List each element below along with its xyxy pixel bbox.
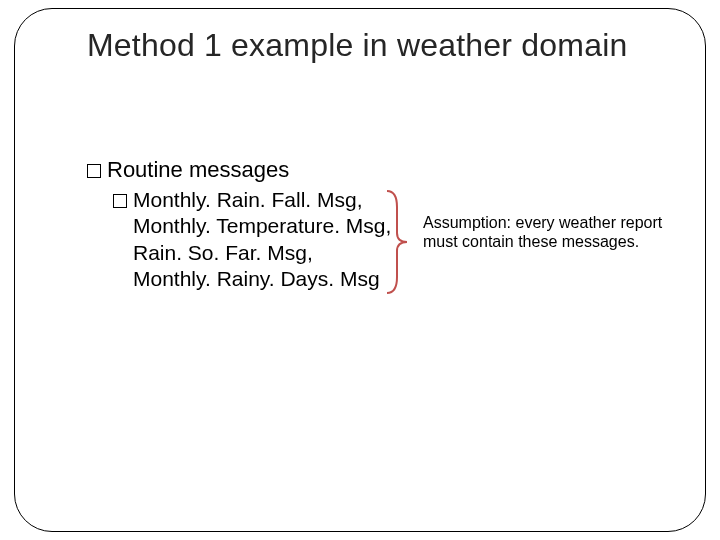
brace-icon (383, 187, 413, 297)
slide-title: Method 1 example in weather domain (87, 27, 647, 64)
bullet-level-2: Monthly. Rain. Fall. Msg, Monthly. Tempe… (113, 187, 677, 292)
bullet-box-icon (87, 164, 101, 178)
message-list: Monthly. Rain. Fall. Msg, Monthly. Tempe… (133, 187, 391, 292)
message-line: Rain. So. Far. Msg, (133, 241, 313, 264)
message-line: Monthly. Rainy. Days. Msg (133, 267, 380, 290)
bullet-level-1-text: Routine messages (107, 157, 289, 182)
message-line: Monthly. Temperature. Msg, (133, 214, 391, 237)
bullet-level-1: Routine messages (87, 157, 677, 183)
slide-content: Routine messages Monthly. Rain. Fall. Ms… (87, 157, 677, 292)
bullet-box-icon (113, 194, 127, 208)
message-line: Monthly. Rain. Fall. Msg, (133, 188, 363, 211)
slide-frame: Method 1 example in weather domain Routi… (14, 8, 706, 532)
annotation-text: Assumption: every weather report must co… (423, 213, 673, 251)
